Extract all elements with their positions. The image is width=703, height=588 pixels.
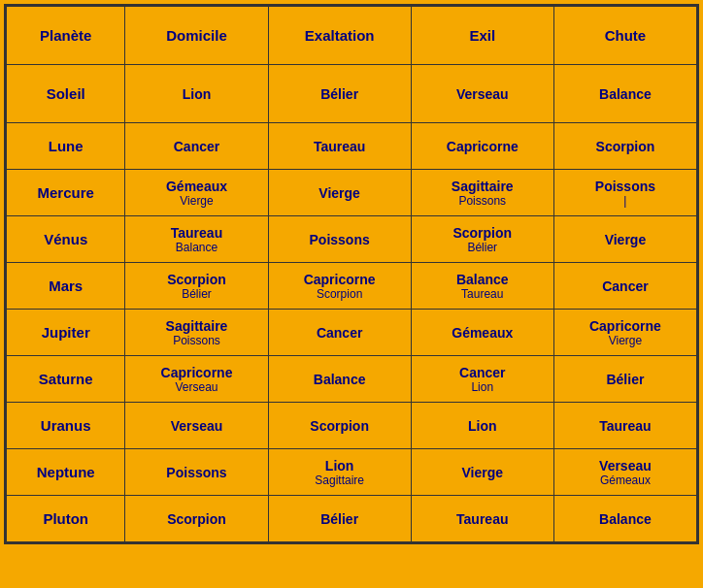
table-row: UranusVerseauScorpionLionTaureau (7, 403, 697, 449)
header-planete: Planète (7, 7, 125, 65)
exaltation-secondary: Sagittaire (273, 474, 407, 487)
chute-primary: Balance (558, 511, 692, 527)
exil-primary: Gémeaux (416, 325, 550, 341)
exil-cell: Taureau (411, 496, 553, 542)
domicile-cell: Scorpion (125, 496, 268, 542)
exil-cell: BalanceTaureau (411, 263, 553, 310)
chute-cell: VerseauGémeaux (553, 449, 696, 496)
exil-primary: Sagittaire (416, 179, 550, 194)
exil-cell: Gémeaux (411, 310, 553, 356)
planet-cell: Saturne (7, 356, 125, 403)
exil-cell: Lion (411, 403, 553, 449)
planet-cell: Lune (7, 123, 125, 170)
exaltation-primary: Cancer (273, 325, 407, 341)
chute-cell: Scorpion (553, 123, 696, 170)
exaltation-primary: Poissons (273, 232, 407, 247)
domicile-primary: Capricorne (129, 365, 263, 380)
domicile-secondary: Poissons (129, 334, 263, 347)
domicile-cell: Cancer (125, 123, 268, 170)
table-row: PlutonScorpionBélierTaureauBalance (7, 496, 697, 542)
exaltation-secondary: Scorpion (273, 287, 407, 301)
exaltation-cell: Balance (268, 356, 411, 403)
domicile-primary: Verseau (129, 418, 263, 434)
domicile-secondary: Verseau (129, 380, 263, 394)
exil-primary: Capricorne (416, 139, 550, 154)
chute-cell: Cancer (553, 263, 696, 310)
exil-cell: Verseau (411, 65, 553, 123)
header-domicile: Domicile (125, 7, 268, 65)
domicile-cell: SagittairePoissons (125, 310, 268, 356)
exaltation-cell: Bélier (268, 65, 411, 123)
exil-primary: Verseau (416, 86, 550, 102)
exil-primary: Cancer (416, 365, 550, 380)
exil-secondary: Lion (416, 380, 550, 394)
planet-cell: Neptune (7, 449, 125, 496)
exaltation-cell: CapricorneScorpion (268, 263, 411, 310)
table-row: JupiterSagittairePoissonsCancerGémeauxCa… (7, 310, 697, 356)
exaltation-primary: Balance (273, 372, 407, 387)
exil-cell: ScorpionBélier (411, 216, 553, 263)
exil-secondary: Taureau (416, 287, 550, 301)
table-row: LuneCancerTaureauCapricorneScorpion (7, 123, 697, 170)
domicile-cell: GémeauxVierge (125, 170, 268, 216)
domicile-primary: Cancer (129, 139, 263, 154)
domicile-secondary: Vierge (129, 194, 263, 208)
chute-secondary: | (558, 194, 692, 208)
chute-primary: Verseau (558, 458, 692, 474)
exaltation-primary: Bélier (273, 511, 407, 527)
exil-cell: Capricorne (411, 123, 553, 170)
exil-primary: Vierge (416, 465, 550, 480)
chute-primary: Cancer (558, 278, 692, 294)
table-row: MarsScorpionBélierCapricorneScorpionBala… (7, 263, 697, 310)
table-row: MercureGémeauxViergeViergeSagittairePois… (7, 170, 697, 216)
domicile-primary: Scorpion (129, 511, 263, 527)
domicile-secondary: Bélier (129, 287, 263, 301)
exaltation-primary: Scorpion (273, 418, 407, 434)
chute-primary: Vierge (558, 232, 692, 247)
exil-cell: Vierge (411, 449, 553, 496)
exaltation-primary: Bélier (273, 86, 407, 102)
header-exil: Exil (411, 7, 553, 65)
chute-primary: Poissons (558, 179, 692, 194)
domicile-cell: Poissons (125, 449, 268, 496)
exaltation-primary: Lion (273, 458, 407, 474)
domicile-secondary: Balance (129, 241, 263, 254)
exil-primary: Scorpion (416, 225, 550, 241)
planet-cell: Pluton (7, 496, 125, 542)
chute-secondary: Gémeaux (558, 474, 692, 487)
astrology-table: Planète Domicile Exaltation Exil Chute S… (4, 4, 699, 544)
chute-primary: Bélier (558, 372, 692, 387)
chute-cell: Balance (553, 496, 696, 542)
exil-cell: SagittairePoissons (411, 170, 553, 216)
chute-cell: Bélier (553, 356, 696, 403)
chute-primary: Balance (558, 86, 692, 102)
domicile-primary: Scorpion (129, 272, 263, 287)
exaltation-cell: Bélier (268, 496, 411, 542)
exaltation-cell: Vierge (268, 170, 411, 216)
domicile-primary: Poissons (129, 465, 263, 480)
chute-cell: Balance (553, 65, 696, 123)
chute-primary: Capricorne (558, 318, 692, 334)
header-chute: Chute (553, 7, 696, 65)
chute-primary: Scorpion (558, 139, 692, 154)
exil-secondary: Bélier (416, 241, 550, 254)
chute-secondary: Vierge (558, 334, 692, 347)
domicile-cell: ScorpionBélier (125, 263, 268, 310)
table-row: NeptunePoissonsLionSagittaireViergeVerse… (7, 449, 697, 496)
planet-cell: Mars (7, 263, 125, 310)
planet-cell: Uranus (7, 403, 125, 449)
chute-primary: Taureau (558, 418, 692, 434)
chute-cell: CapricorneVierge (553, 310, 696, 356)
exil-primary: Lion (416, 418, 550, 434)
table-row: SoleilLionBélierVerseauBalance (7, 65, 697, 123)
planet-cell: Jupiter (7, 310, 125, 356)
domicile-primary: Taureau (129, 225, 263, 241)
exaltation-cell: Cancer (268, 310, 411, 356)
exaltation-primary: Taureau (273, 139, 407, 154)
domicile-primary: Sagittaire (129, 318, 263, 334)
exaltation-primary: Capricorne (273, 272, 407, 287)
domicile-primary: Lion (129, 86, 263, 102)
header-exaltation: Exaltation (268, 7, 411, 65)
exil-cell: CancerLion (411, 356, 553, 403)
exil-primary: Balance (416, 272, 550, 287)
